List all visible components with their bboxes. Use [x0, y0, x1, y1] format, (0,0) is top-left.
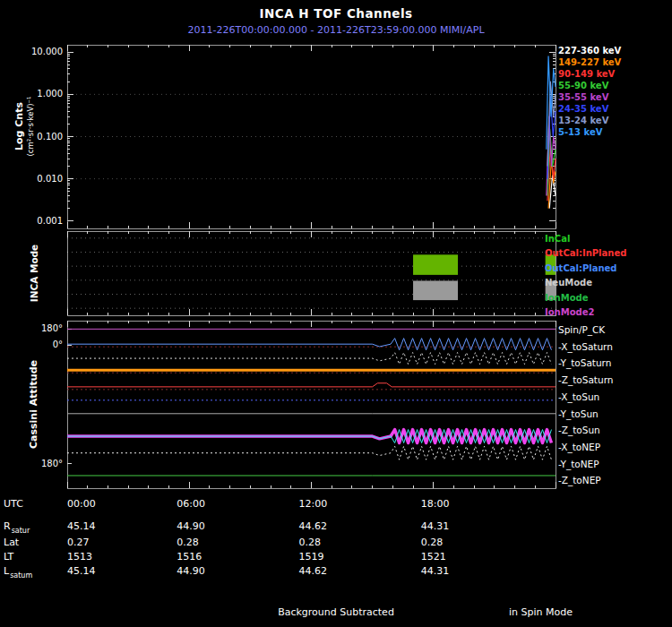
plot-canvas: [0, 0, 672, 627]
y-axis-label-counts-unit: (cm²·sr·s·keV)⁻¹: [25, 45, 36, 208]
footer-background-subtracted: Background Subtracted: [278, 606, 394, 618]
y-axis-label-counts-main: Log Cnts: [14, 45, 25, 208]
y-axis-label-counts: Log Cnts (cm²·sr·s·keV)⁻¹: [14, 45, 36, 208]
page-title: INCA H TOF Channels: [0, 6, 672, 21]
subtitle: 2011-226T00:00:00.000 - 2011-226T23:59:0…: [0, 24, 672, 36]
plot-window: 10.0001.0000.1000.0100.001227-360 keV149…: [0, 0, 672, 627]
y-axis-label-inca-mode: INCA Mode: [29, 231, 39, 315]
utc-label: UTC: [4, 498, 23, 510]
footer-spin-mode: in Spin Mode: [509, 606, 573, 618]
y-axis-label-cassini-attitude: Cassini Attitude: [29, 321, 39, 488]
